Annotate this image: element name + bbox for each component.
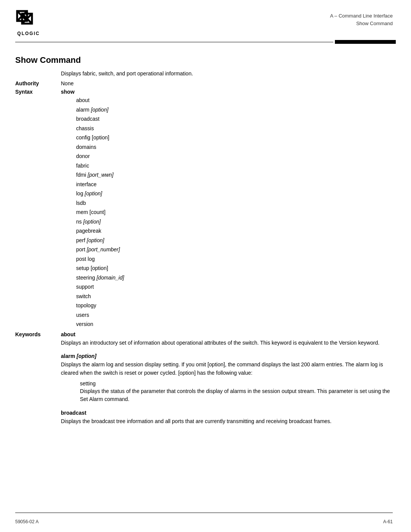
- footer-divider: [15, 513, 393, 513]
- syntax-list-item: donor: [76, 152, 393, 161]
- syntax-item-plain: alarm: [76, 107, 91, 113]
- footer: 59056-02 A A-61: [15, 519, 393, 524]
- syntax-item-italic: [option]: [85, 190, 102, 197]
- keyword-description: Displays an introductory set of informat…: [61, 339, 393, 347]
- header-divider: [15, 40, 396, 44]
- syntax-item-plain: perf: [76, 237, 87, 243]
- keyword-sub-title: setting: [80, 380, 393, 387]
- keywords-content: aboutDisplays an introductory set of inf…: [61, 331, 393, 432]
- keyword-entry: broadcastDisplays the broadcast tree inf…: [61, 410, 393, 426]
- keyword-description: Displays the broadcast tree information …: [61, 417, 393, 426]
- syntax-item-plain: fdmi: [76, 172, 88, 178]
- syntax-item-italic: [port_number]: [87, 246, 120, 252]
- keyword-entry: alarm [option]Displays the alarm log and…: [61, 353, 393, 404]
- syntax-list-item: broadcast: [76, 114, 393, 124]
- keyword-title: broadcast: [61, 410, 393, 416]
- keyword-sub-description: Displays the status of the parameter tha…: [80, 387, 393, 404]
- authority-value: None: [61, 80, 393, 86]
- authority-row: Authority None: [15, 80, 393, 86]
- keyword-title-italic: [option]: [76, 353, 96, 359]
- syntax-content: show aboutalarm [option]broadcastchassis…: [61, 89, 393, 329]
- syntax-label: Syntax: [15, 89, 61, 95]
- syntax-list-item: users: [76, 310, 393, 320]
- syntax-list-item: alarm [option]: [76, 105, 393, 115]
- syntax-list-item: steering [domain_id]: [76, 273, 393, 283]
- syntax-list-item: domains: [76, 142, 393, 152]
- keyword-title: alarm [option]: [61, 353, 393, 359]
- syntax-list-item: lsdb: [76, 198, 393, 208]
- syntax-list-item: setup [option]: [76, 264, 393, 273]
- syntax-list-item: perf [option]: [76, 236, 393, 245]
- syntax-item-italic: [option]: [91, 107, 108, 113]
- syntax-item-plain: port: [76, 246, 87, 252]
- syntax-item-italic: [domain_id]: [97, 275, 124, 281]
- syntax-list-item: version: [76, 320, 393, 329]
- syntax-list-item: interface: [76, 180, 393, 189]
- syntax-item-italic: [port_wwn]: [88, 172, 113, 178]
- qlogic-logo: [15, 9, 42, 30]
- footer-left: 59056-02 A: [15, 519, 38, 524]
- syntax-list-item: chassis: [76, 124, 393, 133]
- syntax-list-item: config [option]: [76, 133, 393, 142]
- divider-block: [335, 40, 396, 44]
- page: QLOGIC A – Command Line Interface Show C…: [0, 0, 411, 532]
- syntax-list-item: mem [count]: [76, 208, 393, 217]
- breadcrumb-line2: Show Command: [330, 20, 393, 27]
- syntax-list-item: post log: [76, 254, 393, 264]
- keyword-entry: aboutDisplays an introductory set of inf…: [61, 331, 393, 347]
- syntax-item-plain: log: [76, 190, 85, 197]
- syntax-list-item: log [option]: [76, 189, 393, 198]
- keyword-title: about: [61, 331, 393, 337]
- keyword-title-text: alarm: [61, 353, 76, 359]
- logo-area: QLOGIC: [15, 9, 42, 36]
- header-breadcrumb: A – Command Line Interface Show Command: [330, 9, 393, 27]
- syntax-list-item: topology: [76, 301, 393, 310]
- syntax-item-italic: [option]: [83, 219, 101, 225]
- syntax-item-plain: ns: [76, 219, 83, 225]
- syntax-list-item: fabric: [76, 161, 393, 171]
- syntax-list: aboutalarm [option]broadcastchassisconfi…: [76, 96, 393, 329]
- syntax-list-item: pagebreak: [76, 226, 393, 236]
- syntax-list-item: switch: [76, 292, 393, 301]
- description: Displays fabric, switch, and port operat…: [61, 70, 393, 77]
- page-title: Show Command: [15, 55, 393, 65]
- syntax-list-item: about: [76, 96, 393, 105]
- main-content: Show Command Displays fabric, switch, an…: [0, 44, 411, 449]
- footer-right: A-61: [383, 519, 393, 524]
- keyword-sub: settingDisplays the status of the parame…: [80, 380, 393, 404]
- syntax-list-item: support: [76, 282, 393, 292]
- logo-text: QLOGIC: [17, 31, 40, 36]
- syntax-item-italic: [option]: [87, 237, 104, 243]
- keywords-label: Keywords: [15, 331, 61, 337]
- syntax-list-item: ns [option]: [76, 217, 393, 227]
- authority-label: Authority: [15, 80, 61, 86]
- header: QLOGIC A – Command Line Interface Show C…: [0, 0, 411, 36]
- syntax-row: Syntax show aboutalarm [option]broadcast…: [15, 89, 393, 329]
- syntax-list-item: port [port_number]: [76, 245, 393, 254]
- keywords-row: Keywords aboutDisplays an introductory s…: [15, 331, 393, 432]
- syntax-list-item: fdmi [port_wwn]: [76, 170, 393, 180]
- syntax-show-keyword: show: [61, 89, 393, 95]
- breadcrumb-line1: A – Command Line Interface: [330, 12, 393, 20]
- syntax-item-plain: steering: [76, 275, 97, 281]
- divider-line: [15, 42, 333, 42]
- keyword-description: Displays the alarm log and session displ…: [61, 361, 393, 377]
